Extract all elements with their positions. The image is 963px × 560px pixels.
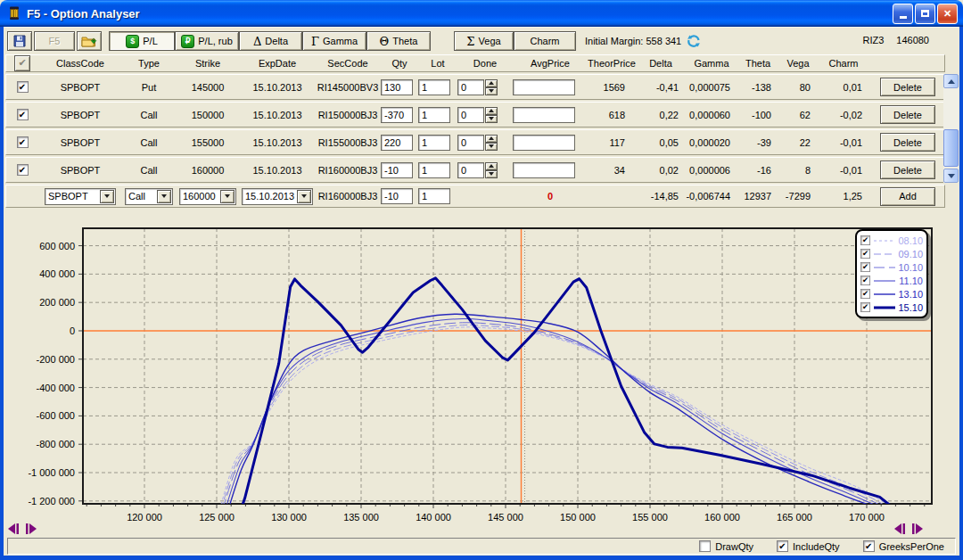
spin-down-button[interactable] [485, 143, 498, 151]
toggle-theta[interactable]: ΘTheta [366, 31, 431, 51]
legend-checkbox[interactable] [860, 249, 870, 259]
scrollbar-down-button[interactable] [943, 169, 959, 183]
cell-delta: 0,02 [636, 165, 686, 176]
header-cell-Vega: Vega [778, 58, 818, 69]
toggle-vega[interactable]: ΣVega [454, 31, 514, 51]
spin-up-button[interactable] [485, 107, 498, 115]
toggle-plrub[interactable]: ₽P/L, rub [175, 31, 239, 51]
pan-right-icon[interactable] [893, 523, 926, 534]
spin-up-icon [489, 109, 494, 112]
lot-input[interactable] [418, 162, 450, 178]
spin-down-button[interactable] [485, 87, 498, 95]
combo-arrow-button[interactable] [297, 190, 311, 203]
delete-button[interactable]: Delete [880, 78, 935, 96]
add-total-gamma: -0,006744 [686, 191, 737, 202]
lot-input[interactable] [418, 107, 450, 123]
done-input[interactable] [457, 107, 484, 123]
close-button[interactable]: ✕ [937, 4, 958, 24]
toggle-charm[interactable]: Charm [514, 31, 576, 51]
statusbar-checkbox[interactable] [699, 540, 711, 552]
spin-up-button[interactable] [485, 79, 498, 87]
statusbar-checkbox[interactable] [777, 540, 788, 552]
avgprice-input[interactable] [513, 79, 575, 95]
cell-vega: 8 [778, 165, 818, 176]
done-input[interactable] [457, 79, 484, 95]
cell-vega: 62 [778, 110, 818, 120]
add-expdate-combo[interactable]: 15.10.2013 [242, 188, 313, 205]
done-cell [457, 162, 513, 178]
maximize-button[interactable] [915, 4, 935, 24]
avgprice-input[interactable] [513, 107, 575, 123]
scroll-up-icon [948, 79, 955, 84]
legend-checkbox[interactable] [860, 302, 870, 312]
series-line-15.10 [240, 278, 893, 514]
lot-input[interactable] [418, 135, 450, 151]
scrollbar-up-button[interactable] [943, 74, 959, 88]
scrollbar-thumb[interactable] [943, 129, 959, 167]
spin-down-button[interactable] [485, 170, 498, 178]
minimize-button[interactable] [893, 4, 913, 24]
table-scrollbar[interactable] [943, 74, 959, 183]
qty-input[interactable] [381, 135, 413, 151]
done-cell [457, 107, 513, 123]
open-folder-button[interactable] [77, 31, 102, 51]
cell-sec_code: RI150000BJ3 [315, 110, 381, 120]
add-strike-combo[interactable]: 160000 [179, 188, 236, 205]
row-checkbox[interactable] [17, 136, 29, 148]
y-tick-label: -400 000 [37, 383, 75, 393]
row-checkbox[interactable] [17, 81, 29, 93]
qty-input[interactable] [381, 162, 413, 178]
spin-up-button[interactable] [485, 135, 498, 143]
toggle-pl[interactable]: $P/L [109, 31, 175, 51]
add-button[interactable]: Add [880, 187, 935, 206]
delete-button[interactable]: Delete [880, 133, 935, 152]
row-checkbox[interactable] [17, 109, 29, 120]
delete-cell: Delete [869, 78, 946, 96]
refresh-icon[interactable] [687, 34, 701, 48]
statusbar-checkbox[interactable] [863, 540, 875, 552]
legend-label: 08.10 [898, 235, 923, 246]
legend-line-sample [873, 263, 896, 272]
series-line-13.10 [228, 314, 880, 509]
legend-checkbox[interactable] [860, 235, 870, 245]
add-type-combo[interactable]: Call [125, 188, 173, 205]
toggle-gamma[interactable]: ΓGamma [302, 31, 366, 51]
header-cell-SecCode: SecCode [315, 58, 381, 69]
cell-charm: -0,02 [818, 110, 869, 120]
add-qty-input[interactable] [381, 188, 413, 204]
cell-theorprice: 117 [588, 137, 636, 148]
spin-down-button[interactable] [485, 115, 498, 123]
done-spinner [485, 162, 498, 178]
legend-checkbox[interactable] [860, 262, 870, 272]
qty-input[interactable] [381, 79, 413, 95]
x-tick-label: 145 000 [488, 512, 523, 523]
chart-canvas[interactable]: 600 000400 000200 0000-200 000-400 000-6… [4, 210, 959, 524]
qty-input[interactable] [381, 107, 413, 123]
combo-arrow-button[interactable] [100, 190, 114, 203]
combo-arrow-button[interactable] [220, 190, 235, 203]
delete-button[interactable]: Delete [880, 161, 935, 179]
lot-input[interactable] [418, 79, 450, 95]
legend-line-sample [873, 290, 896, 299]
cell-theta: -16 [737, 165, 778, 176]
pan-left-icon[interactable] [7, 523, 39, 534]
add-lot-input[interactable] [418, 188, 450, 204]
save-button[interactable] [7, 31, 32, 51]
legend-checkbox[interactable] [860, 276, 870, 285]
spin-up-button[interactable] [485, 162, 498, 170]
done-input[interactable] [457, 162, 484, 178]
lot-cell [418, 79, 457, 95]
toggle-delta[interactable]: ΔDelta [239, 31, 302, 51]
avgprice-input[interactable] [513, 135, 575, 151]
add-expdate-cell: 15.10.2013 [240, 188, 315, 205]
f5-button[interactable]: F5 [34, 31, 75, 51]
row-checkbox[interactable] [17, 164, 29, 176]
select-all-checkbox[interactable] [14, 55, 30, 71]
delete-button[interactable]: Delete [880, 105, 935, 124]
add-classcode-combo[interactable]: SPBOPT [45, 188, 116, 205]
done-input[interactable] [457, 135, 484, 151]
legend-checkbox[interactable] [860, 289, 870, 299]
y-tick-label: -800 000 [37, 439, 75, 449]
avgprice-input[interactable] [513, 162, 575, 178]
combo-arrow-button[interactable] [157, 190, 171, 203]
